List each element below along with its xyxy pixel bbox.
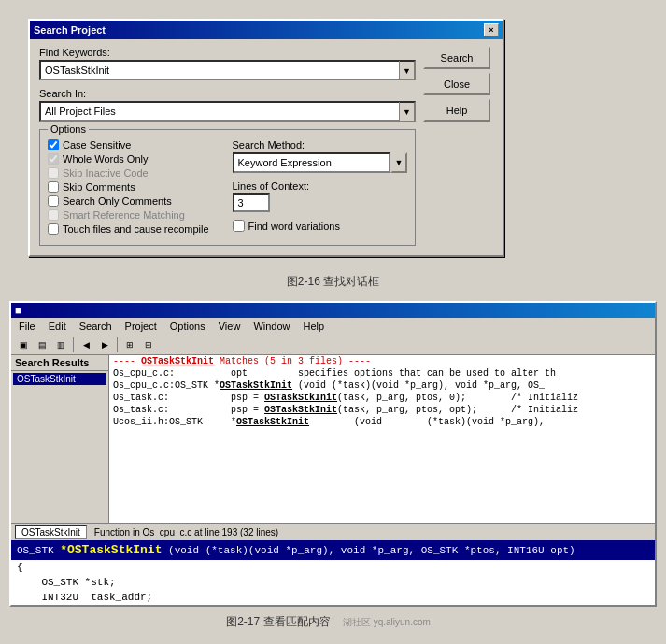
toolbar-btn-2[interactable]: ▤ <box>34 336 50 353</box>
match-keyword: OSTaskStkInit <box>141 356 214 366</box>
find-word-variations-row: Find word variations <box>233 220 408 232</box>
whole-words-checkbox[interactable] <box>48 153 59 165</box>
dialog-title: Search Project <box>34 24 106 36</box>
menu-project[interactable]: Project <box>121 320 161 333</box>
find-word-variations-checkbox[interactable] <box>233 220 245 232</box>
toolbar-btn-4[interactable]: ◀ <box>78 336 94 353</box>
touch-files-checkbox[interactable] <box>48 223 59 235</box>
toolbar-btn-1[interactable]: ▣ <box>15 336 32 353</box>
help-button[interactable]: Help <box>423 99 490 122</box>
search-in-combo: ▼ <box>39 101 416 122</box>
menu-options[interactable]: Options <box>166 320 209 333</box>
code-line-3: Os_task.c: psp = OSTaskStkInit(task, p_a… <box>109 392 655 404</box>
search-in-label: Search In: <box>39 88 416 99</box>
ide-section: ■ File Edit Search Project Options View … <box>9 301 657 607</box>
search-project-dialog: Search Project × Find Keywords: ▼ Search… <box>28 19 504 257</box>
toolbar-btn-6[interactable]: ⊞ <box>121 336 138 353</box>
touch-files-label: Touch files and cause recompile <box>63 223 209 235</box>
checkbox-case-sensitive: Case Sensitive <box>48 139 223 150</box>
code-line-5: Ucos_ii.h:OS_STK *OSTaskStkInit (void (*… <box>109 416 655 428</box>
smart-reference-checkbox[interactable] <box>48 209 59 221</box>
case-sensitive-checkbox[interactable] <box>48 139 59 150</box>
case-sensitive-label: Case Sensitive <box>63 139 131 150</box>
search-in-dropdown-btn[interactable]: ▼ <box>399 101 416 122</box>
results-item[interactable]: OSTaskStkInit <box>13 373 106 385</box>
find-word-variations-label: Find word variations <box>248 221 340 232</box>
close-icon[interactable]: × <box>484 23 499 36</box>
options-right-col: Search Method: ▼ Lines of Context: Find … <box>233 139 408 237</box>
toolbar-sep-1 <box>73 337 74 352</box>
skip-comments-label: Skip Comments <box>63 181 135 193</box>
results-panel: Search Results OSTaskStkInit <box>11 355 109 523</box>
caption2: 图2-17 查看匹配内容 湖社区 yq.aliyun.com <box>0 614 666 630</box>
checkbox-search-only-comments: Search Only Comments <box>48 195 223 207</box>
code-line-4: Os_task.c: psp = OSTaskStkInit(task, p_a… <box>109 404 655 416</box>
results-title: Search Results <box>11 355 108 371</box>
toolbar-btn-3[interactable]: ▥ <box>52 336 69 353</box>
caption2-text: 图2-17 查看匹配内容 <box>226 615 330 628</box>
ide-bottom-bar: OSTaskStkInit Function in Os_cpu_c.c at … <box>11 523 655 540</box>
dialog-body: Find Keywords: ▼ Search In: ▼ Options <box>30 39 503 255</box>
ide-titlebar: ■ <box>11 303 655 318</box>
watermark: 湖社区 yq.aliyun.com <box>343 617 440 627</box>
toolbar-btn-7[interactable]: ⊟ <box>140 336 157 353</box>
lines-of-context-label: Lines of Context: <box>233 180 408 192</box>
menu-file[interactable]: File <box>15 320 39 333</box>
ide-window: ■ File Edit Search Project Options View … <box>9 301 657 607</box>
checkbox-skip-inactive: Skip Inactive Code <box>48 167 223 179</box>
skip-comments-checkbox[interactable] <box>48 181 59 193</box>
func-args: (void (*task)(void *p_arg), void *p_arg,… <box>162 545 574 556</box>
menu-help[interactable]: Help <box>300 320 329 333</box>
ide-content: Search Results OSTaskStkInit ---- OSTask… <box>11 355 655 523</box>
lines-of-context-input[interactable] <box>233 193 270 212</box>
options-legend: Options <box>48 123 89 135</box>
ide-menu-bar: File Edit Search Project Options View Wi… <box>11 318 655 335</box>
search-method-label: Search Method: <box>233 139 408 150</box>
search-method-dropdown-btn[interactable]: ▼ <box>390 152 407 173</box>
find-keywords-dropdown-btn[interactable]: ▼ <box>399 60 416 80</box>
checkbox-smart-reference: Smart Reference Matching <box>48 209 223 221</box>
skip-inactive-label: Skip Inactive Code <box>63 167 149 179</box>
status-tab-name[interactable]: OSTaskStkInit <box>15 525 87 539</box>
skip-inactive-checkbox[interactable] <box>48 167 59 179</box>
code-line-1: Os_cpu_c.c: opt specifies options that c… <box>109 367 655 379</box>
dialog-titlebar: Search Project × <box>30 21 503 39</box>
ide-title-icon: ■ <box>15 305 21 316</box>
checkbox-whole-words: Whole Words Only <box>48 153 223 165</box>
toolbar-btn-5[interactable]: ▶ <box>96 336 113 353</box>
search-only-comments-label: Search Only Comments <box>63 195 172 207</box>
ide-bottom-code: OS_STK *OSTaskStkInit (void (*task)(void… <box>11 540 655 560</box>
checkbox-touch-files: Touch files and cause recompile <box>48 223 223 235</box>
code-line-2: Os_cpu_c.c:OS_STK *OSTaskStkInit (void (… <box>109 379 655 392</box>
smart-reference-label: Smart Reference Matching <box>63 209 185 221</box>
source-line-3: INT32U task_addr; <box>11 590 655 605</box>
source-line-2: OS_STK *stk; <box>11 575 655 590</box>
match-header-line: ---- OSTaskStkInit Matches (5 in 3 files… <box>109 355 655 367</box>
menu-window[interactable]: Window <box>249 320 293 333</box>
search-method-input[interactable] <box>233 152 391 173</box>
find-keywords-input[interactable] <box>39 60 399 80</box>
ide-toolbar: ▣ ▤ ▥ ◀ ▶ ⊞ ⊟ <box>11 335 655 355</box>
dialog-buttons: Search Close Help <box>423 47 493 246</box>
dialog-section: Search Project × Find Keywords: ▼ Search… <box>0 0 666 266</box>
search-method-combo: ▼ <box>233 152 408 173</box>
options-group: Options Case Sensitive Whole Words Only <box>39 129 416 246</box>
caption1: 图2-16 查找对话框 <box>0 274 666 290</box>
code-panel: ---- OSTaskStkInit Matches (5 in 3 files… <box>109 355 655 523</box>
find-keywords-label: Find Keywords: <box>39 47 416 58</box>
menu-view[interactable]: View <box>215 320 245 333</box>
whole-words-label: Whole Words Only <box>63 153 149 165</box>
search-only-comments-checkbox[interactable] <box>48 195 59 207</box>
func-name: *OSTaskStkInit <box>60 543 162 557</box>
source-line-1: { <box>11 560 655 575</box>
search-in-input[interactable] <box>39 101 399 122</box>
dialog-left-panel: Find Keywords: ▼ Search In: ▼ Options <box>39 47 416 246</box>
options-left-col: Case Sensitive Whole Words Only Skip Ina… <box>48 139 223 237</box>
menu-search[interactable]: Search <box>76 320 116 333</box>
search-button[interactable]: Search <box>423 47 490 69</box>
func-keyword: OS_STK <box>17 545 60 556</box>
close-button[interactable]: Close <box>423 73 490 95</box>
find-keywords-combo: ▼ <box>39 60 416 80</box>
checkbox-skip-comments: Skip Comments <box>48 181 223 193</box>
menu-edit[interactable]: Edit <box>45 320 70 333</box>
